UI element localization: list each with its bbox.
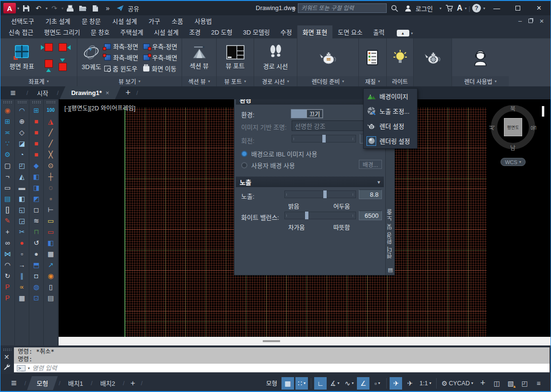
panel-label-material[interactable]: 재질▾: [359, 76, 386, 86]
clean-screen-toggle[interactable]: ◰: [518, 377, 531, 390]
user-icon[interactable]: [402, 3, 414, 13]
snap-mode-toggle[interactable]: ∷▾: [295, 377, 308, 390]
annotation-scale-control[interactable]: 1:1▾: [417, 377, 433, 390]
toolbar-button-0-8[interactable]: ▤: [2, 193, 13, 204]
redo-button[interactable]: ↷: [49, 3, 60, 13]
toolbar-button-2-4[interactable]: ■: [31, 149, 42, 160]
toolbar-button-3-2[interactable]: ╱: [45, 127, 57, 138]
rotation-slider[interactable]: [292, 135, 356, 143]
toolbar-button-2-8[interactable]: ◩: [31, 193, 42, 204]
horizontal-scrollbar-thumb[interactable]: [263, 340, 280, 342]
toolbar-button-3-0[interactable]: 100: [45, 105, 57, 116]
toolbar-button-0-2[interactable]: ≍: [2, 127, 13, 138]
toolbar-button-3-13[interactable]: ▦: [45, 248, 57, 259]
isolate-objects-toggle[interactable]: ◫: [490, 377, 503, 390]
walkthrough-button[interactable]: 경로 시선: [263, 45, 288, 71]
layout-tab-배치2[interactable]: 배치2: [94, 376, 122, 390]
toolbar-button-2-1[interactable]: ■: [31, 116, 42, 127]
toolbar-button-0-15[interactable]: ↻: [2, 270, 13, 281]
toolbar-button-3-11[interactable]: ▭: [45, 226, 57, 237]
toolbar-button-2-17[interactable]: ⊡: [31, 292, 42, 303]
toolbar-button-1-2[interactable]: ◇: [16, 127, 28, 138]
menu-item-exposure-adjust[interactable]: 노출 조정...: [364, 104, 417, 119]
toolbar-button-1-15[interactable]: ∥: [16, 270, 28, 281]
toolbar-button-1-17[interactable]: ▦: [16, 292, 28, 303]
viewcube-north-label[interactable]: 북: [510, 104, 515, 112]
radio-custom-background[interactable]: 사용자 배경 사용: [241, 161, 295, 170]
wcs-dropdown[interactable]: WCS▾: [501, 158, 526, 166]
orbit-3d-button[interactable]: + 3D궤도: [82, 44, 101, 71]
menu-item-0[interactable]: 선택도구: [5, 16, 40, 25]
planar-coordinate-button[interactable]: 평면 좌표: [10, 45, 34, 71]
white-balance-value[interactable]: 6500: [359, 211, 382, 220]
app-store-icon[interactable]: A: [457, 4, 463, 12]
toolbar-button-2-3[interactable]: ■: [31, 138, 42, 149]
command-input[interactable]: [32, 365, 547, 372]
panel-label-path[interactable]: 경로 시선▾: [254, 76, 297, 86]
view-left-back-button[interactable]: 좌측-배면: [104, 53, 138, 62]
ribbon-tab-8[interactable]: 수정: [275, 25, 297, 38]
search-icon[interactable]: [389, 3, 400, 13]
search-input[interactable]: [298, 3, 387, 13]
ribbon-tab-11[interactable]: 출력: [368, 25, 390, 38]
toolbar-button-3-3[interactable]: ╱: [45, 138, 57, 149]
toolbar-button-0-3[interactable]: ∵: [2, 138, 13, 149]
menu-item-render-settings[interactable]: 렌더 설정: [364, 119, 417, 133]
help-icon[interactable]: ?: [472, 4, 481, 12]
toolbar-drag-grip[interactable]: [3, 101, 12, 104]
panel-label-render-prep[interactable]: 렌더링 준비▾: [297, 76, 358, 86]
ribbon-collapse-button[interactable]: ▲▾: [397, 30, 413, 36]
toolbar-button-1-7[interactable]: ▬: [16, 182, 28, 193]
toolbar-button-2-12[interactable]: ↺: [31, 237, 42, 248]
toolbar-button-2-14[interactable]: ⬒: [31, 259, 42, 270]
annotation-autoscale-toggle[interactable]: ✈: [404, 377, 416, 390]
toolbar-button-1-8[interactable]: ◧: [16, 193, 28, 204]
toolbar-drag-grip[interactable]: [17, 101, 27, 104]
grid-display-toggle[interactable]: ▦: [282, 377, 294, 390]
toolbar-button-0-12[interactable]: ∞: [2, 237, 13, 248]
ribbon-tab-6[interactable]: 2D 도형: [206, 25, 238, 38]
ucs-left-button[interactable]: [45, 43, 53, 51]
toolbar-button-2-11[interactable]: ⊓: [31, 226, 42, 237]
toolbar-button-3-16[interactable]: ▯: [45, 281, 57, 292]
viewport-controls-label[interactable]: [-][평면도][2D 와이어프레임]: [64, 103, 135, 112]
radio-ibl-background[interactable]: 배경으로 IBL 이미지 사용: [241, 149, 318, 158]
light-button[interactable]: [392, 49, 408, 66]
toolbar-button-1-14[interactable]: →: [16, 259, 28, 270]
workspace-switcher[interactable]: ⚙CYCAD▾: [440, 377, 475, 390]
more-tools-icon[interactable]: »: [102, 3, 113, 13]
app-logo-button[interactable]: A: [3, 3, 16, 13]
render-prep-button[interactable]: [318, 49, 338, 66]
menu-item-3[interactable]: 시설 설계: [107, 16, 143, 25]
toolbar-button-3-15[interactable]: ◉: [45, 270, 57, 281]
view-left-front-button[interactable]: 좌측-정면: [104, 42, 138, 51]
toolbar-button-2-0[interactable]: ⊞: [31, 105, 42, 116]
toolbar-button-3-8[interactable]: ▫: [45, 193, 57, 204]
doc-minimize-button[interactable]: –: [518, 17, 522, 24]
ribbon-tab-1[interactable]: 평면도 그리기: [38, 25, 85, 38]
exposure-slider[interactable]: [284, 190, 356, 198]
panel-label-light[interactable]: 라이트: [387, 76, 413, 86]
isodraft-toggle[interactable]: ∠: [357, 377, 369, 390]
toolbar-button-1-11[interactable]: ✂: [16, 226, 28, 237]
panel-label-render[interactable]: [414, 76, 452, 86]
ribbon-tab-0[interactable]: 신속 접근: [3, 25, 38, 38]
ribbon-tab-4[interactable]: 시설 설계: [148, 25, 184, 38]
share-icon[interactable]: [114, 3, 126, 13]
toolbar-button-3-7[interactable]: ◌: [45, 182, 57, 193]
toolbar-button-1-1[interactable]: ⊕: [16, 116, 28, 127]
viewcube-top-face[interactable]: 평면도: [504, 118, 522, 136]
ortho-mode-toggle[interactable]: ∟: [314, 377, 327, 390]
background-button[interactable]: 배경...: [359, 160, 382, 169]
toolbar-button-2-2[interactable]: ■: [31, 127, 42, 138]
app-menu-caret-icon[interactable]: ▾: [17, 6, 19, 11]
search-expand-icon[interactable]: ▶: [293, 6, 296, 11]
toolbar-button-3-1[interactable]: ◮: [45, 116, 57, 127]
ribbon-tab-3[interactable]: 주택설계: [115, 25, 148, 38]
toolbar-button-0-10[interactable]: ✎: [2, 215, 13, 226]
palette-vertical-title[interactable]: 렌더 환경 및 노출: [386, 209, 395, 259]
toolbar-button-0-16[interactable]: P: [2, 281, 13, 292]
toolbar-button-0-7[interactable]: ▭: [2, 182, 13, 193]
ucs-down-button[interactable]: [59, 63, 67, 71]
toolbar-button-3-6[interactable]: ┼: [45, 171, 57, 182]
